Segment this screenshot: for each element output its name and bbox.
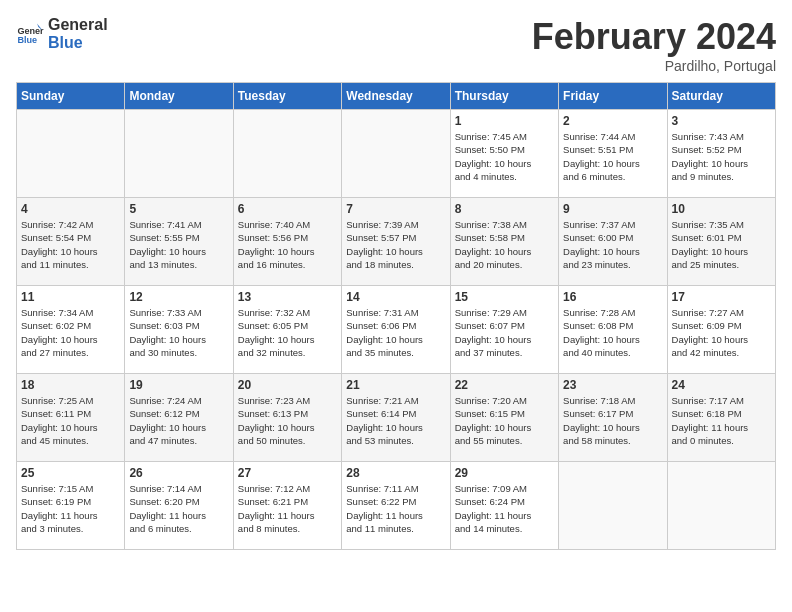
day-number: 1 — [455, 114, 554, 128]
calendar-cell: 21Sunrise: 7:21 AM Sunset: 6:14 PM Dayli… — [342, 374, 450, 462]
day-number: 25 — [21, 466, 120, 480]
calendar-cell: 24Sunrise: 7:17 AM Sunset: 6:18 PM Dayli… — [667, 374, 775, 462]
calendar-cell: 6Sunrise: 7:40 AM Sunset: 5:56 PM Daylig… — [233, 198, 341, 286]
day-number: 10 — [672, 202, 771, 216]
day-info: Sunrise: 7:25 AM Sunset: 6:11 PM Dayligh… — [21, 394, 120, 447]
calendar-cell: 18Sunrise: 7:25 AM Sunset: 6:11 PM Dayli… — [17, 374, 125, 462]
calendar-cell: 7Sunrise: 7:39 AM Sunset: 5:57 PM Daylig… — [342, 198, 450, 286]
day-number: 29 — [455, 466, 554, 480]
day-info: Sunrise: 7:40 AM Sunset: 5:56 PM Dayligh… — [238, 218, 337, 271]
calendar-cell: 17Sunrise: 7:27 AM Sunset: 6:09 PM Dayli… — [667, 286, 775, 374]
calendar-cell: 2Sunrise: 7:44 AM Sunset: 5:51 PM Daylig… — [559, 110, 667, 198]
day-number: 20 — [238, 378, 337, 392]
calendar-cell — [125, 110, 233, 198]
calendar-cell — [342, 110, 450, 198]
calendar-cell: 5Sunrise: 7:41 AM Sunset: 5:55 PM Daylig… — [125, 198, 233, 286]
day-info: Sunrise: 7:15 AM Sunset: 6:19 PM Dayligh… — [21, 482, 120, 535]
logo-blue-text: Blue — [48, 34, 108, 52]
header-wednesday: Wednesday — [342, 83, 450, 110]
header-sunday: Sunday — [17, 83, 125, 110]
day-number: 14 — [346, 290, 445, 304]
calendar-cell: 20Sunrise: 7:23 AM Sunset: 6:13 PM Dayli… — [233, 374, 341, 462]
month-year-title: February 2024 — [532, 16, 776, 58]
svg-text:Blue: Blue — [17, 35, 37, 45]
calendar-cell: 28Sunrise: 7:11 AM Sunset: 6:22 PM Dayli… — [342, 462, 450, 550]
day-number: 7 — [346, 202, 445, 216]
day-number: 4 — [21, 202, 120, 216]
calendar-week-2: 4Sunrise: 7:42 AM Sunset: 5:54 PM Daylig… — [17, 198, 776, 286]
page-header: General Blue General Blue February 2024 … — [16, 16, 776, 74]
day-info: Sunrise: 7:34 AM Sunset: 6:02 PM Dayligh… — [21, 306, 120, 359]
calendar-cell — [559, 462, 667, 550]
header-thursday: Thursday — [450, 83, 558, 110]
day-info: Sunrise: 7:44 AM Sunset: 5:51 PM Dayligh… — [563, 130, 662, 183]
calendar-cell: 26Sunrise: 7:14 AM Sunset: 6:20 PM Dayli… — [125, 462, 233, 550]
day-number: 23 — [563, 378, 662, 392]
day-info: Sunrise: 7:21 AM Sunset: 6:14 PM Dayligh… — [346, 394, 445, 447]
header-saturday: Saturday — [667, 83, 775, 110]
calendar-cell: 14Sunrise: 7:31 AM Sunset: 6:06 PM Dayli… — [342, 286, 450, 374]
calendar-cell: 13Sunrise: 7:32 AM Sunset: 6:05 PM Dayli… — [233, 286, 341, 374]
day-info: Sunrise: 7:37 AM Sunset: 6:00 PM Dayligh… — [563, 218, 662, 271]
day-info: Sunrise: 7:20 AM Sunset: 6:15 PM Dayligh… — [455, 394, 554, 447]
calendar-cell: 25Sunrise: 7:15 AM Sunset: 6:19 PM Dayli… — [17, 462, 125, 550]
day-info: Sunrise: 7:23 AM Sunset: 6:13 PM Dayligh… — [238, 394, 337, 447]
day-number: 26 — [129, 466, 228, 480]
day-number: 17 — [672, 290, 771, 304]
day-number: 24 — [672, 378, 771, 392]
day-info: Sunrise: 7:09 AM Sunset: 6:24 PM Dayligh… — [455, 482, 554, 535]
day-info: Sunrise: 7:24 AM Sunset: 6:12 PM Dayligh… — [129, 394, 228, 447]
day-number: 27 — [238, 466, 337, 480]
calendar-cell: 3Sunrise: 7:43 AM Sunset: 5:52 PM Daylig… — [667, 110, 775, 198]
day-number: 3 — [672, 114, 771, 128]
calendar-cell: 9Sunrise: 7:37 AM Sunset: 6:00 PM Daylig… — [559, 198, 667, 286]
calendar-week-5: 25Sunrise: 7:15 AM Sunset: 6:19 PM Dayli… — [17, 462, 776, 550]
day-number: 16 — [563, 290, 662, 304]
day-number: 13 — [238, 290, 337, 304]
day-info: Sunrise: 7:35 AM Sunset: 6:01 PM Dayligh… — [672, 218, 771, 271]
calendar-cell: 10Sunrise: 7:35 AM Sunset: 6:01 PM Dayli… — [667, 198, 775, 286]
location-subtitle: Pardilho, Portugal — [532, 58, 776, 74]
calendar-cell: 22Sunrise: 7:20 AM Sunset: 6:15 PM Dayli… — [450, 374, 558, 462]
calendar-week-1: 1Sunrise: 7:45 AM Sunset: 5:50 PM Daylig… — [17, 110, 776, 198]
logo-icon: General Blue — [16, 20, 44, 48]
calendar-week-4: 18Sunrise: 7:25 AM Sunset: 6:11 PM Dayli… — [17, 374, 776, 462]
day-number: 12 — [129, 290, 228, 304]
header-monday: Monday — [125, 83, 233, 110]
day-info: Sunrise: 7:43 AM Sunset: 5:52 PM Dayligh… — [672, 130, 771, 183]
calendar-cell: 16Sunrise: 7:28 AM Sunset: 6:08 PM Dayli… — [559, 286, 667, 374]
day-info: Sunrise: 7:14 AM Sunset: 6:20 PM Dayligh… — [129, 482, 228, 535]
day-number: 19 — [129, 378, 228, 392]
calendar-header-row: SundayMondayTuesdayWednesdayThursdayFrid… — [17, 83, 776, 110]
calendar-cell: 19Sunrise: 7:24 AM Sunset: 6:12 PM Dayli… — [125, 374, 233, 462]
calendar-cell — [17, 110, 125, 198]
logo-general-text: General — [48, 16, 108, 34]
day-number: 11 — [21, 290, 120, 304]
calendar-cell: 12Sunrise: 7:33 AM Sunset: 6:03 PM Dayli… — [125, 286, 233, 374]
calendar-cell: 29Sunrise: 7:09 AM Sunset: 6:24 PM Dayli… — [450, 462, 558, 550]
day-number: 28 — [346, 466, 445, 480]
day-info: Sunrise: 7:38 AM Sunset: 5:58 PM Dayligh… — [455, 218, 554, 271]
day-info: Sunrise: 7:12 AM Sunset: 6:21 PM Dayligh… — [238, 482, 337, 535]
calendar-cell: 1Sunrise: 7:45 AM Sunset: 5:50 PM Daylig… — [450, 110, 558, 198]
day-info: Sunrise: 7:41 AM Sunset: 5:55 PM Dayligh… — [129, 218, 228, 271]
day-info: Sunrise: 7:27 AM Sunset: 6:09 PM Dayligh… — [672, 306, 771, 359]
day-info: Sunrise: 7:33 AM Sunset: 6:03 PM Dayligh… — [129, 306, 228, 359]
day-info: Sunrise: 7:11 AM Sunset: 6:22 PM Dayligh… — [346, 482, 445, 535]
day-info: Sunrise: 7:31 AM Sunset: 6:06 PM Dayligh… — [346, 306, 445, 359]
calendar-cell: 15Sunrise: 7:29 AM Sunset: 6:07 PM Dayli… — [450, 286, 558, 374]
day-number: 8 — [455, 202, 554, 216]
day-info: Sunrise: 7:45 AM Sunset: 5:50 PM Dayligh… — [455, 130, 554, 183]
day-info: Sunrise: 7:39 AM Sunset: 5:57 PM Dayligh… — [346, 218, 445, 271]
day-info: Sunrise: 7:18 AM Sunset: 6:17 PM Dayligh… — [563, 394, 662, 447]
day-number: 15 — [455, 290, 554, 304]
title-block: February 2024 Pardilho, Portugal — [532, 16, 776, 74]
day-number: 18 — [21, 378, 120, 392]
day-number: 6 — [238, 202, 337, 216]
day-info: Sunrise: 7:29 AM Sunset: 6:07 PM Dayligh… — [455, 306, 554, 359]
header-friday: Friday — [559, 83, 667, 110]
header-tuesday: Tuesday — [233, 83, 341, 110]
day-number: 5 — [129, 202, 228, 216]
calendar-cell: 4Sunrise: 7:42 AM Sunset: 5:54 PM Daylig… — [17, 198, 125, 286]
calendar-week-3: 11Sunrise: 7:34 AM Sunset: 6:02 PM Dayli… — [17, 286, 776, 374]
